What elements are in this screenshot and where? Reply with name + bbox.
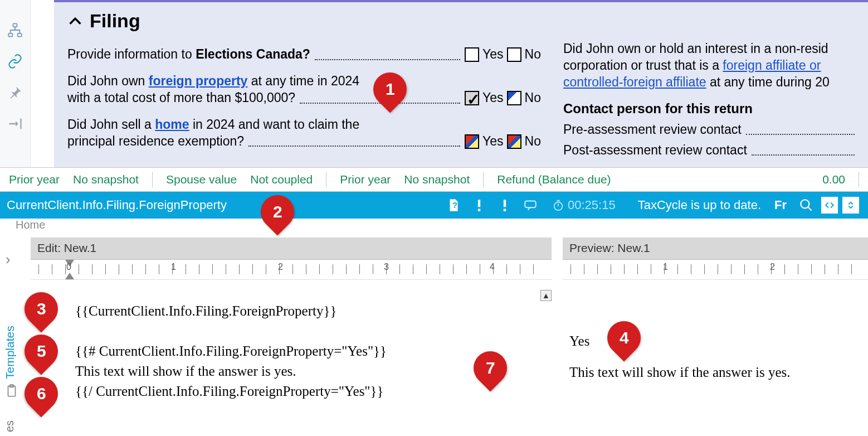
preview-pane-header: Preview: New.1 (563, 238, 868, 260)
alert-icon[interactable] (472, 198, 486, 212)
alert-icon-2[interactable] (498, 198, 512, 212)
q2-yes-checkbox[interactable] (465, 91, 479, 105)
foreign-affiliate-link[interactable]: foreign affiliate or (723, 58, 821, 72)
svg-rect-9 (525, 201, 536, 207)
filing-right-column: Did John own or hold an interest in a no… (563, 41, 855, 163)
no-snapshot-label-2[interactable]: No snapshot (404, 173, 470, 186)
q1-prefix: Provide information to (67, 47, 196, 61)
svg-rect-7 (504, 200, 506, 207)
template-editor[interactable]: {{CurrentClient.Info.Filing.ForeignPrope… (31, 282, 552, 436)
timer-value: 00:25:15 (568, 198, 616, 212)
ruler-num: 0 (66, 262, 71, 272)
bottom-tab-fragment[interactable]: es (3, 420, 16, 432)
link-icon[interactable] (7, 54, 23, 69)
templates-tab[interactable]: Templates (3, 326, 17, 379)
editor-line-1[interactable]: {{CurrentClient.Info.Filing.ForeignPrope… (75, 303, 544, 319)
svg-point-11 (801, 200, 809, 208)
divider (326, 172, 326, 187)
filing-heading: Filing (90, 10, 140, 32)
q2-prefix: Did John own (67, 74, 149, 88)
filing-panel: Filing Provide information to Elections … (54, 0, 868, 167)
code-view-button[interactable] (821, 197, 838, 214)
timer[interactable]: 00:25:15 (552, 198, 616, 212)
svg-rect-1 (8, 33, 12, 37)
spouse-value-label[interactable]: Spouse value (166, 173, 237, 186)
no-snapshot-label[interactable]: No snapshot (73, 173, 139, 186)
refund-value: 0.00 (822, 173, 845, 186)
yes-label: Yes (482, 133, 504, 150)
ruler-right[interactable]: 1 2 (563, 260, 868, 280)
expand-sidebar-icon[interactable]: › (6, 251, 11, 268)
svg-rect-0 (13, 23, 17, 27)
ruler-num: 1 (171, 262, 176, 272)
post-assessment-row: Post-assessment review contact (563, 143, 855, 158)
no-label: No (525, 46, 541, 63)
q3-prefix: Did John sell a (67, 117, 155, 132)
question-elections-canada: Provide information to Elections Canada?… (67, 46, 541, 63)
path-bar: CurrentClient.Info.Filing.ForeignPropert… (0, 192, 868, 219)
svg-rect-6 (478, 209, 480, 211)
yes-label: Yes (482, 46, 504, 63)
template-preview: Yes This text will show if the answer is… (563, 282, 868, 436)
divider (152, 172, 153, 187)
pre-assessment-label: Pre-assessment review contact (563, 122, 742, 137)
preview-line-2: This text will show if the answer is yes… (569, 365, 860, 380)
q1-no-checkbox[interactable] (507, 47, 521, 62)
q2-line2: with a total cost of more than $100,000? (67, 90, 295, 106)
q3-yes-checkbox[interactable] (465, 134, 479, 149)
not-coupled-label[interactable]: Not coupled (250, 173, 313, 186)
zoom-icon[interactable] (799, 198, 813, 212)
clipboard-icon[interactable] (4, 384, 19, 398)
yes-label: Yes (482, 90, 504, 106)
svg-rect-2 (18, 33, 22, 37)
ruler-left[interactable]: 0 1 2 3 4 (31, 260, 552, 280)
scroll-up-button[interactable]: ▲ (540, 290, 552, 301)
chat-icon[interactable] (523, 198, 538, 212)
q3-no-checkbox[interactable] (507, 134, 521, 149)
q3-suffix: in 2024 and want to claim the (189, 117, 360, 132)
prior-year-label[interactable]: Prior year (9, 173, 60, 186)
left-icon-rail (0, 0, 31, 167)
no-label: No (525, 90, 541, 106)
svg-rect-5 (478, 200, 480, 207)
svg-rect-8 (504, 209, 506, 211)
editor-line-5[interactable]: {{/ CurrentClient.Info.Filing.ForeignPro… (75, 384, 544, 399)
svg-rect-3 (20, 119, 21, 129)
pre-assessment-row: Pre-assessment review contact (563, 122, 855, 137)
stopwatch-icon (552, 199, 564, 211)
indent-marker-bottom-icon[interactable] (65, 273, 74, 279)
indent-right-icon[interactable] (7, 116, 23, 132)
help-doc-icon[interactable]: ? (446, 198, 461, 212)
question-foreign-property: Did John own foreign property at any tim… (67, 73, 541, 106)
expand-button[interactable] (842, 197, 859, 214)
contact-heading: Contact person for this return (563, 101, 855, 117)
q1-bold: Elections Canada? (196, 47, 310, 61)
prior-year-label-2[interactable]: Prior year (340, 173, 391, 186)
q3-line2: principal residence exemption? (67, 133, 244, 150)
pin-icon[interactable] (7, 85, 23, 100)
ruler-num: 2 (770, 262, 775, 272)
ruler-num: 4 (490, 262, 495, 272)
breadcrumb-home[interactable]: Home (16, 219, 45, 231)
divider (483, 172, 484, 187)
controlled-foreign-link[interactable]: controlled-foreign affiliate (563, 75, 706, 89)
language-toggle[interactable]: Fr (774, 198, 787, 212)
post-assessment-label: Post-assessment review contact (563, 143, 747, 158)
editor-line-3[interactable]: {{# CurrentClient.Info.Filing.ForeignPro… (75, 343, 544, 359)
edit-pane-header: Edit: New.1 (31, 238, 552, 260)
ruler-num: 2 (278, 262, 283, 272)
collapse-icon[interactable] (67, 13, 83, 29)
question-home-sale: Did John sell a home in 2024 and want to… (67, 117, 541, 150)
q2-suffix: at any time in 2024 (247, 74, 359, 88)
right-para-a: Did John own or hold an interest in a no… (563, 41, 828, 56)
hierarchy-icon[interactable] (7, 22, 23, 38)
refund-label[interactable]: Refund (Balance due) (497, 173, 611, 186)
foreign-property-link[interactable]: foreign property (149, 74, 248, 88)
status-strip: Prior year No snapshot Spouse value Not … (0, 167, 868, 192)
home-link[interactable]: home (155, 117, 189, 132)
update-status: TaxCycle is up to date. (638, 198, 761, 212)
q1-yes-checkbox[interactable] (465, 47, 479, 62)
field-path[interactable]: CurrentClient.Info.Filing.ForeignPropert… (7, 198, 227, 212)
q2-no-checkbox[interactable] (507, 91, 521, 105)
no-label: No (525, 133, 541, 150)
